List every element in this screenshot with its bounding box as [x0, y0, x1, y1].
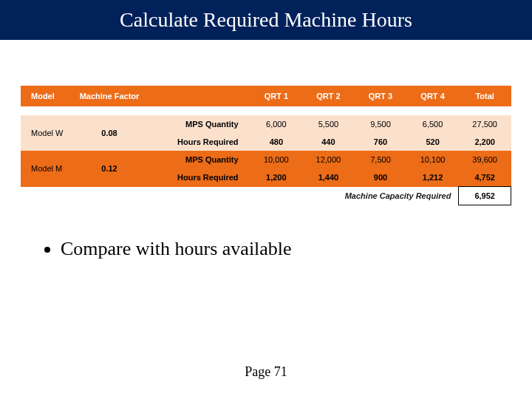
cell: 4,752 — [459, 168, 511, 187]
cell: 760 — [355, 133, 407, 151]
model-name: Model M — [21, 151, 73, 187]
model-factor: 0.12 — [73, 151, 146, 187]
cell: 6,500 — [406, 115, 459, 133]
row-label: Hours Required — [146, 133, 250, 151]
capacity-label: Machine Capacity Required — [21, 187, 459, 205]
row-label: MPS Quantity — [146, 115, 250, 133]
page-title: Calculate Required Machine Hours — [120, 8, 412, 32]
col-factor: Machine Factor — [73, 86, 146, 106]
table-row: Model M 0.12 MPS Quantity 10,000 12,000 … — [21, 151, 511, 168]
cell: 520 — [406, 133, 459, 151]
cell: 1,212 — [406, 168, 459, 187]
cell: 39,600 — [459, 151, 511, 168]
row-label: MPS Quantity — [146, 151, 250, 168]
bullet-list: Compare with hours available — [44, 238, 532, 260]
gap — [21, 106, 511, 115]
cell: 440 — [302, 133, 355, 151]
cell: 10,100 — [406, 151, 459, 168]
col-q2: QRT 2 — [302, 86, 355, 106]
page-number: Page 71 — [0, 364, 532, 380]
cell: 10,000 — [250, 151, 303, 168]
cell: 900 — [355, 168, 407, 187]
spacer — [0, 40, 532, 86]
cell: 1,440 — [302, 168, 355, 187]
cell: 2,200 — [459, 133, 511, 151]
col-total: Total — [459, 86, 511, 106]
summary-row: Machine Capacity Required 6,952 — [21, 187, 511, 205]
cell: 7,500 — [355, 151, 407, 168]
col-blank — [146, 86, 250, 106]
capacity-total: 6,952 — [459, 187, 511, 205]
model-factor: 0.08 — [73, 115, 146, 151]
cell: 480 — [250, 133, 303, 151]
col-q4: QRT 4 — [406, 86, 459, 106]
cell: 27,500 — [459, 115, 511, 133]
cell: 9,500 — [355, 115, 407, 133]
cell: 12,000 — [302, 151, 355, 168]
model-name: Model W — [21, 115, 73, 151]
slide: Calculate Required Machine Hours Model M… — [0, 0, 532, 399]
data-table: Model Machine Factor QRT 1 QRT 2 QRT 3 Q… — [21, 86, 511, 205]
cell: 1,200 — [250, 168, 303, 187]
col-q1: QRT 1 — [250, 86, 303, 106]
col-model: Model — [21, 86, 73, 106]
cell: 5,500 — [302, 115, 355, 133]
table-header-row: Model Machine Factor QRT 1 QRT 2 QRT 3 Q… — [21, 86, 511, 106]
machine-hours-table: Model Machine Factor QRT 1 QRT 2 QRT 3 Q… — [21, 86, 511, 205]
cell: 6,000 — [250, 115, 303, 133]
col-q3: QRT 3 — [355, 86, 407, 106]
title-bar: Calculate Required Machine Hours — [0, 0, 532, 40]
row-label: Hours Required — [146, 168, 250, 187]
table-row: Model W 0.08 MPS Quantity 6,000 5,500 9,… — [21, 115, 511, 133]
bullet-item: Compare with hours available — [61, 238, 532, 260]
